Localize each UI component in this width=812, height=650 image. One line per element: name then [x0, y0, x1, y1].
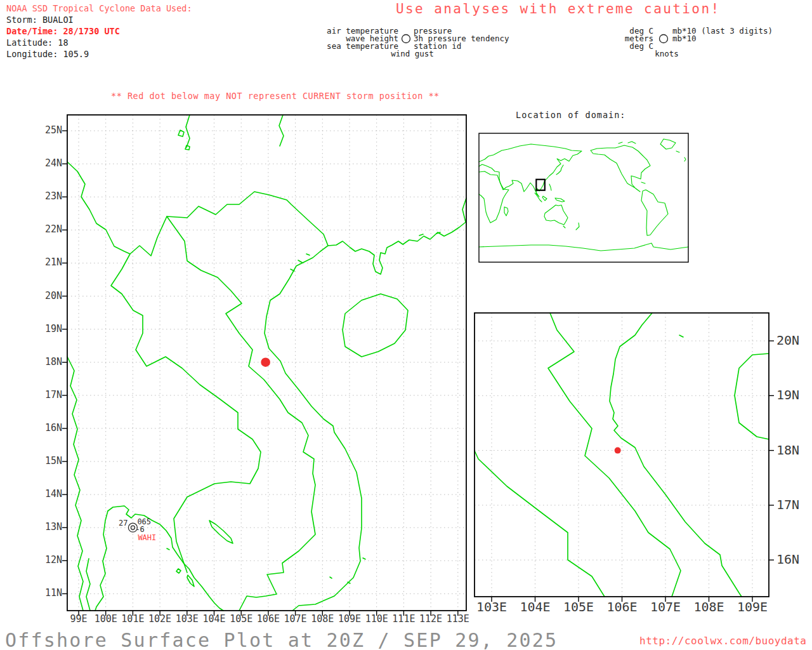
caution-title: Use analyses with extreme caution! — [396, 2, 720, 16]
main-map-lon-label: 105E — [226, 614, 256, 625]
plot-title: Offshore Surface Plot at 20Z / SEP 29, 2… — [5, 630, 558, 650]
main-map-lat-label: 12N — [33, 555, 62, 566]
main-map-lon-label: 108E — [307, 614, 337, 625]
station-air-temp-value: 27 — [106, 519, 128, 527]
zoom-map-lon-label: 108E — [687, 600, 731, 614]
main-map-lat-label: 19N — [33, 324, 62, 335]
main-map-lon-label: 106E — [253, 614, 284, 625]
main-map-lat-label: 18N — [33, 357, 62, 368]
legend-unit-knots: knots — [635, 50, 698, 58]
main-map-lon-label: 102E — [145, 614, 175, 625]
main-map-lon-label: 113E — [443, 614, 473, 625]
main-map-lat-label: 13N — [33, 522, 62, 533]
zoom-map-lon-label: 104E — [513, 600, 558, 614]
main-map-lon-label: 111E — [388, 614, 419, 625]
source-url-link[interactable]: http://coolwx.com/buoydata — [639, 636, 806, 647]
main-map-lon-label: 103E — [172, 614, 202, 625]
zoom-map-lon-label: 109E — [730, 600, 775, 614]
zoom-map-lon-label: 107E — [643, 600, 688, 614]
station-id-value: WAHI — [138, 534, 156, 542]
storm-position-dot — [261, 357, 270, 367]
main-map-lon-label: 104E — [199, 614, 230, 625]
main-map-lon-label: 107E — [280, 614, 311, 625]
station-tendency-value: -6 — [135, 526, 144, 534]
main-map-lon-label: 101E — [117, 614, 148, 625]
main-map-lon-label: 109E — [334, 614, 365, 625]
main-map-ticks — [62, 131, 458, 616]
main-map-lat-label: 22N — [33, 225, 62, 235]
storm-position-dot-zoom — [615, 448, 621, 454]
main-map-lat-label: 16N — [33, 423, 62, 434]
zoom-map-lat-label: 17N — [776, 498, 799, 512]
offshore-surface-plot-page: NOAA SSD Tropical Cyclone Data Used: Sto… — [0, 0, 812, 650]
main-map-lon-label: 112E — [416, 614, 446, 625]
zoom-map-lat-label: 20N — [776, 334, 799, 347]
main-map-lat-label: 11N — [33, 588, 62, 599]
inset-map-title: Location of domain: — [516, 110, 625, 119]
main-map-lat-label: 17N — [33, 390, 62, 401]
legend-unit-mb: mb*10 — [672, 34, 697, 43]
main-map-lon-label: 110E — [362, 614, 392, 625]
storm-latitude-line: Latitude: 18 — [6, 38, 69, 47]
zoom-map-ticks — [492, 341, 774, 602]
zoom-map-lon-label: 103E — [469, 600, 514, 614]
main-map-lat-label: 23N — [33, 192, 62, 202]
station-model-circle-icon — [402, 35, 410, 43]
storm-datetime-line: Date/Time: 28/1730 UTC — [6, 27, 120, 36]
world-inset-coastlines — [479, 139, 688, 251]
main-map-lat-label: 21N — [33, 258, 62, 268]
zoom-map-lon-label: 105E — [556, 600, 601, 614]
main-map-lon-label: 99E — [63, 614, 94, 625]
storm-longitude-line: Longitude: 105.9 — [6, 50, 89, 58]
zoom-map-lon-label: 106E — [600, 600, 645, 614]
zoom-map-gridlines — [475, 313, 769, 597]
main-map-lat-label: 15N — [33, 456, 62, 467]
main-map-lon-label: 100E — [91, 614, 121, 625]
world-inset-frame — [479, 133, 688, 262]
zoom-map-lat-label: 18N — [776, 444, 799, 457]
zoom-map-lat-label: 19N — [776, 388, 799, 402]
zoom-map-lat-label: 16N — [776, 553, 799, 566]
noaa-data-source-line: NOAA SSD Tropical Cyclone Data Used: — [6, 4, 192, 13]
main-map-lat-label: 14N — [33, 489, 62, 500]
zoom-map-markers — [615, 448, 621, 454]
storm-position-warning: ** Red dot below may NOT represent CURRE… — [111, 91, 440, 100]
main-map-lat-label: 24N — [33, 159, 62, 169]
storm-name-line: Storm: BUALOI — [6, 15, 74, 24]
main-map-lat-label: 20N — [33, 291, 62, 302]
units-model-circle-icon — [660, 35, 668, 43]
legend-station-id: station id — [414, 42, 461, 50]
main-map-lat-label: 25N — [33, 126, 62, 136]
